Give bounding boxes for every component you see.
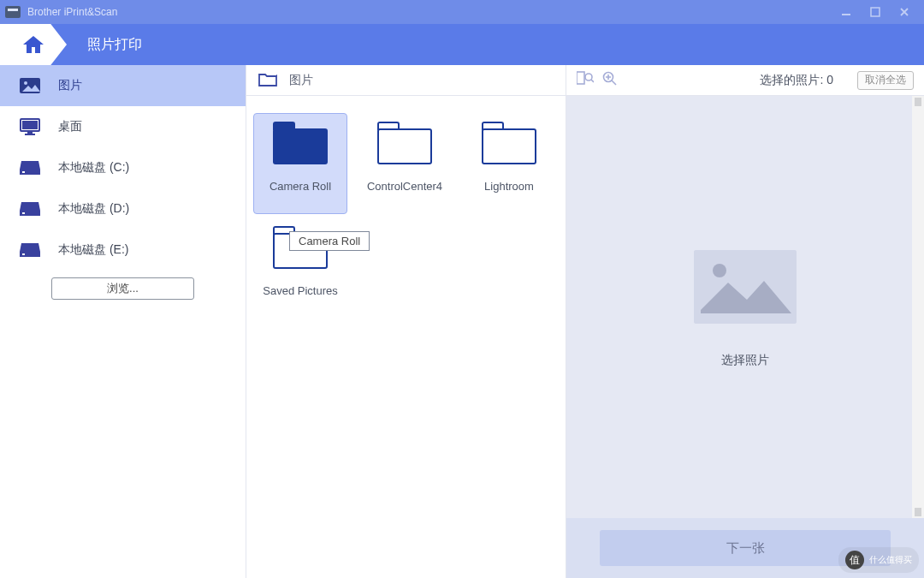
close-button[interactable] <box>890 0 919 24</box>
svg-rect-5 <box>22 121 38 129</box>
sidebar-item-pictures[interactable]: 图片 <box>0 65 246 106</box>
svg-rect-11 <box>577 72 584 84</box>
image-icon <box>19 77 41 94</box>
folder-label: Lightroom <box>484 180 534 209</box>
folder-camera-roll[interactable]: Camera Roll <box>253 113 347 214</box>
image-placeholder-icon <box>694 250 797 324</box>
preview-toolbar: 选择的照片: 0 取消全选 <box>566 65 924 96</box>
svg-rect-8 <box>22 171 25 173</box>
svg-point-15 <box>713 264 726 277</box>
svg-rect-9 <box>22 212 25 214</box>
sidebar-item-disk-e[interactable]: 本地磁盘 (E:) <box>0 229 246 271</box>
file-browser: 图片 Camera Roll ControlCenter4 Lightroom <box>246 65 566 578</box>
app-title: Brother iPrint&Scan <box>27 6 117 18</box>
disk-icon <box>19 159 41 176</box>
folder-controlcenter4[interactable]: ControlCenter4 <box>358 113 452 214</box>
sidebar: 图片 桌面 本地磁盘 (C:) 本地磁盘 (D:) 本地磁盘 (E:) <box>0 65 246 578</box>
up-folder-button[interactable] <box>258 71 277 90</box>
svg-rect-1 <box>871 8 880 16</box>
sidebar-item-desktop[interactable]: 桌面 <box>0 106 246 147</box>
hover-tooltip: Camera Roll <box>289 231 370 251</box>
folder-icon <box>377 122 432 164</box>
folder-lightroom[interactable]: Lightroom <box>462 113 556 214</box>
breadcrumb-label: 图片 <box>289 73 313 88</box>
minimize-button[interactable] <box>832 0 861 24</box>
monitor-icon <box>19 118 41 135</box>
folder-grid: Camera Roll ControlCenter4 Lightroom Sav… <box>253 113 559 319</box>
preview-scrollbar[interactable] <box>912 96 924 518</box>
preview-panel: 选择的照片: 0 取消全选 选择照片 下一张 <box>566 65 924 578</box>
sidebar-item-disk-c[interactable]: 本地磁盘 (C:) <box>0 147 246 188</box>
app-icon <box>5 6 21 18</box>
sidebar-item-label: 本地磁盘 (E:) <box>58 242 128 258</box>
deselect-all-button[interactable]: 取消全选 <box>857 71 914 90</box>
selected-count-label: 选择的照片: 0 <box>760 73 833 88</box>
sidebar-item-label: 本地磁盘 (C:) <box>58 160 129 176</box>
svg-rect-10 <box>22 253 25 255</box>
section-header: 照片打印 <box>0 24 924 65</box>
browse-button[interactable]: 浏览... <box>51 277 194 300</box>
sidebar-item-label: 图片 <box>58 78 82 93</box>
disk-icon <box>19 241 41 259</box>
folder-icon <box>273 122 328 164</box>
home-button[interactable] <box>0 24 67 65</box>
zoom-fit-icon[interactable] <box>577 71 594 90</box>
next-button[interactable]: 下一张 <box>600 530 891 566</box>
preview-placeholder-text: 选择照片 <box>721 353 769 368</box>
svg-point-12 <box>585 74 592 80</box>
folder-label: ControlCenter4 <box>367 180 442 209</box>
folder-icon <box>482 122 536 164</box>
folder-label: Saved Pictures <box>263 284 337 313</box>
svg-point-3 <box>24 81 27 85</box>
folder-label: Camera Roll <box>270 180 331 209</box>
breadcrumb-bar: 图片 <box>246 65 566 96</box>
home-icon <box>22 35 44 54</box>
maximize-button[interactable] <box>861 0 890 24</box>
zoom-in-icon[interactable] <box>602 71 618 90</box>
next-bar: 下一张 <box>566 518 924 578</box>
preview-area: 选择照片 <box>566 96 924 518</box>
sidebar-item-disk-d[interactable]: 本地磁盘 (D:) <box>0 188 246 229</box>
svg-rect-6 <box>27 132 33 134</box>
disk-icon <box>19 200 41 217</box>
sidebar-item-label: 桌面 <box>58 119 82 134</box>
svg-rect-7 <box>25 134 35 135</box>
sidebar-item-label: 本地磁盘 (D:) <box>58 201 129 217</box>
svg-rect-0 <box>842 14 850 15</box>
window-titlebar: Brother iPrint&Scan <box>0 0 924 24</box>
section-title: 照片打印 <box>87 36 142 54</box>
